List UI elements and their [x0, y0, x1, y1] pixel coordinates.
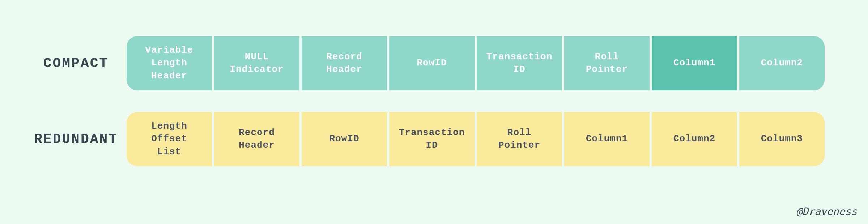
- cell-record-header-2: Record Header: [214, 112, 299, 166]
- cell-transaction-id-2: Transaction ID: [389, 112, 475, 166]
- cell-column3: Column3: [739, 112, 825, 166]
- row-compact: COMPACT Variable Length Header NULL Indi…: [33, 36, 825, 90]
- row-label-redundant: REDUNDANT: [33, 132, 119, 147]
- cell-column1-2: Column1: [564, 112, 650, 166]
- cells-redundant: Length Offset List Record Header RowID T…: [127, 112, 825, 166]
- cell-roll-pointer: Roll Pointer: [564, 36, 650, 90]
- cell-variable-length-header: Variable Length Header: [127, 36, 212, 90]
- cell-column1: Column1: [652, 36, 737, 90]
- cells-compact: Variable Length Header NULL Indicator Re…: [127, 36, 825, 90]
- cell-rowid: RowID: [389, 36, 475, 90]
- cell-roll-pointer-2: Roll Pointer: [477, 112, 562, 166]
- cell-column2: Column2: [739, 36, 825, 90]
- cell-rowid-2: RowID: [302, 112, 387, 166]
- credit-text: @Draveness: [796, 206, 857, 217]
- cell-transaction-id: Transaction ID: [477, 36, 562, 90]
- cell-column2-2: Column2: [652, 112, 737, 166]
- row-label-compact: COMPACT: [33, 56, 119, 71]
- cell-length-offset-list: Length Offset List: [127, 112, 212, 166]
- row-redundant: REDUNDANT Length Offset List Record Head…: [33, 112, 825, 166]
- cell-record-header: Record Header: [302, 36, 387, 90]
- cell-null-indicator: NULL Indicator: [214, 36, 299, 90]
